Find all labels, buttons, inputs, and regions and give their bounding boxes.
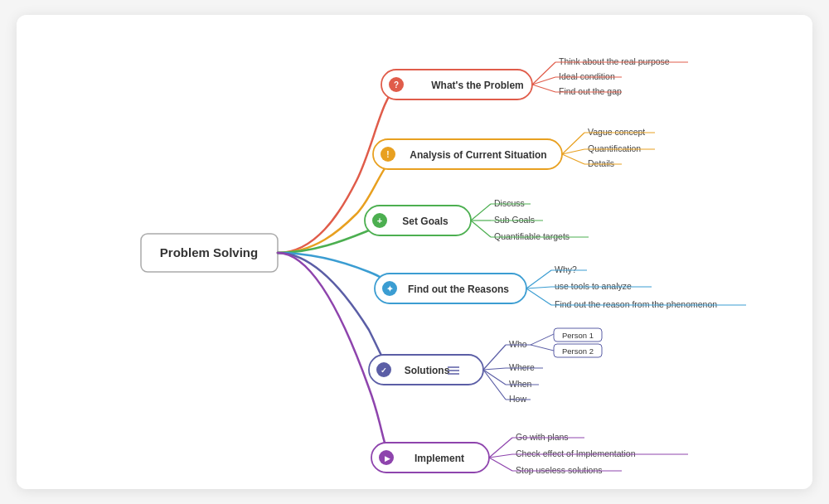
child-label: Quantification	[588, 143, 641, 153]
child-label: Discuss	[494, 198, 525, 208]
child-label: Person 1	[562, 331, 594, 340]
svg-text:✓: ✓	[381, 366, 387, 375]
child-label: Who	[509, 339, 527, 349]
child-label: Why?	[555, 264, 577, 274]
child-label: Details	[588, 158, 614, 168]
branch-label-find-reasons: Find out the Reasons	[408, 284, 509, 295]
child-label: Find out the gap	[559, 86, 622, 96]
mindmap-card: Problem Solving ? What's the Problem Thi…	[17, 15, 812, 489]
svg-text:!: !	[386, 150, 389, 159]
child-label: Vague concept	[588, 127, 645, 137]
child-label: Sub Goals	[494, 215, 535, 225]
child-label: Go with plans	[516, 432, 569, 442]
branch-label-implement: Implement	[414, 453, 464, 464]
branch-label-solutions: Solutions	[405, 365, 450, 376]
center-label: Problem Solving	[160, 245, 258, 259]
child-label: Think about the real purpose	[559, 56, 670, 66]
child-label: How	[509, 394, 526, 404]
child-label: Person 2	[562, 346, 594, 356]
child-label: Check effect of Implementation	[516, 448, 636, 458]
child-label: use tools to analyze	[555, 281, 632, 291]
child-label: When	[509, 379, 532, 389]
child-label: Find out the reason from the phenomenon	[555, 299, 717, 309]
svg-text:+: +	[377, 216, 382, 225]
child-label: Ideal condition	[559, 71, 615, 81]
branch-label-analysis: Analysis of Current Situation	[410, 149, 546, 161]
svg-text:?: ?	[394, 80, 399, 90]
branch-label-whats-problem: What's the Problem	[431, 80, 524, 91]
svg-text:▶: ▶	[385, 454, 390, 463]
svg-text:✦: ✦	[386, 284, 394, 293]
child-label: Stop useless solutions	[516, 465, 602, 475]
child-label: Where	[509, 362, 535, 372]
child-label: Quantifiable targets	[494, 231, 570, 241]
branch-label-set-goals: Set Goals	[402, 216, 448, 227]
